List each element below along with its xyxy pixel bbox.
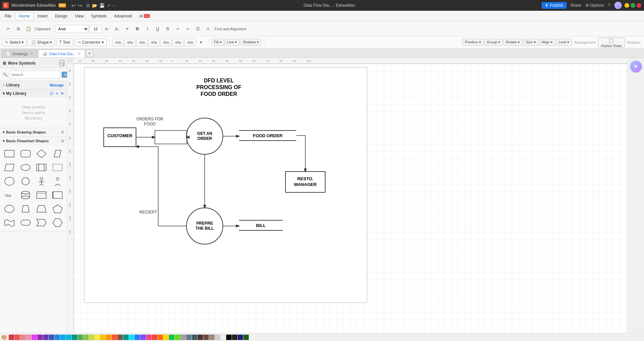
list-btn[interactable]: ☰ bbox=[193, 24, 203, 34]
basic-flowchart-header[interactable]: ▾ Basic Flowchart Shapes ✕ bbox=[0, 137, 67, 145]
color-pink3[interactable] bbox=[146, 335, 151, 340]
color-darkgray[interactable] bbox=[232, 335, 237, 340]
color-blue1[interactable] bbox=[55, 335, 60, 340]
color-teal2[interactable] bbox=[123, 335, 129, 340]
color-green4[interactable] bbox=[175, 335, 180, 340]
color-yellow3[interactable] bbox=[163, 335, 169, 340]
menu-advanced[interactable]: Advanced bbox=[111, 12, 135, 20]
subscript-btn[interactable]: x₂ bbox=[183, 24, 193, 34]
minimize-btn[interactable] bbox=[624, 3, 629, 8]
style-btn-6[interactable]: Abc bbox=[172, 39, 184, 46]
tab-close-drawing1[interactable]: ✕ bbox=[30, 51, 33, 56]
library-header[interactable]: ↑ Library Manage bbox=[0, 81, 67, 89]
color-orange1[interactable] bbox=[106, 335, 111, 340]
color-purple2[interactable] bbox=[43, 335, 48, 340]
connector-tool-btn[interactable]: ⤳ Connector ▾ bbox=[74, 39, 106, 46]
color-yellow1[interactable] bbox=[95, 335, 100, 340]
group-btn[interactable]: Group ▾ bbox=[484, 39, 503, 46]
shape-circle[interactable] bbox=[18, 175, 33, 188]
search-input[interactable] bbox=[9, 71, 60, 79]
shape-rect-double[interactable] bbox=[34, 189, 49, 201]
color-pink1[interactable] bbox=[26, 335, 31, 340]
shape-trapezoid[interactable] bbox=[18, 202, 33, 215]
styles-more-btn[interactable]: ▾ bbox=[197, 38, 206, 47]
shape-tool-btn[interactable]: ⬜ Shape ▾ bbox=[28, 39, 55, 46]
color-lightgray[interactable] bbox=[221, 335, 226, 340]
shape-ellipse[interactable] bbox=[2, 175, 17, 188]
style-btn-4[interactable]: Abc bbox=[148, 39, 160, 46]
search-btn[interactable]: Search bbox=[62, 72, 67, 78]
style-btn-7[interactable]: Abc bbox=[184, 39, 196, 46]
color-green1[interactable] bbox=[77, 335, 83, 340]
shape-card[interactable] bbox=[50, 189, 65, 201]
style-btn-2[interactable]: Abc bbox=[124, 39, 136, 46]
strikethrough-btn[interactable]: S bbox=[163, 24, 172, 34]
options-btn[interactable]: ⚙ Options bbox=[585, 3, 604, 8]
shape-rounded-rect[interactable] bbox=[18, 147, 33, 160]
line-btn[interactable]: Line ▾ bbox=[225, 39, 240, 46]
publish-btn[interactable]: ⬆Publish bbox=[542, 2, 566, 9]
drawing-canvas[interactable]: DFD LEVEL PROCESSING OF FOOD ORDER CUSTO… bbox=[74, 64, 627, 333]
undo-btn[interactable]: ↩ bbox=[71, 2, 76, 9]
menu-home[interactable]: Home bbox=[15, 12, 33, 20]
shape-diamond[interactable] bbox=[34, 147, 49, 160]
tab-drawing1[interactable]: 📄 Drawing1 ✕ bbox=[1, 49, 37, 58]
color-black[interactable] bbox=[226, 335, 232, 340]
shape-hexagon[interactable] bbox=[50, 216, 65, 229]
shape-trapezoid2[interactable] bbox=[34, 202, 49, 215]
color-pink2[interactable] bbox=[32, 335, 37, 340]
my-library-header[interactable]: ▾ My Library ⬡ + ✕ bbox=[0, 89, 67, 98]
fill-btn[interactable]: Fill ▾ bbox=[212, 39, 224, 46]
underline-btn[interactable]: U bbox=[153, 24, 162, 34]
size-btn[interactable]: Size ▾ bbox=[523, 39, 538, 46]
new-file-btn[interactable]: ⊞ bbox=[86, 3, 90, 8]
close-basic-drawing-btn[interactable]: ✕ bbox=[61, 130, 64, 135]
color-cyan[interactable] bbox=[66, 335, 71, 340]
menu-insert[interactable]: Insert bbox=[34, 12, 51, 20]
manage-library-btn[interactable]: Manage bbox=[49, 83, 64, 87]
close-basic-flowchart-btn[interactable]: ✕ bbox=[61, 139, 64, 144]
color-brown[interactable] bbox=[117, 335, 123, 340]
color-darkgreen[interactable] bbox=[243, 335, 249, 340]
rotate-btn[interactable]: Rotate ▾ bbox=[504, 39, 522, 46]
bold-btn[interactable]: B bbox=[133, 24, 142, 34]
color-sand[interactable] bbox=[215, 335, 220, 340]
basic-drawing-header[interactable]: ▾ Basic Drawing Shapes ✕ bbox=[0, 128, 67, 137]
menu-design[interactable]: Design bbox=[52, 12, 71, 20]
close-btn[interactable] bbox=[637, 3, 641, 8]
shape-chevron[interactable] bbox=[34, 216, 49, 229]
color-blue2[interactable] bbox=[60, 335, 66, 340]
lock-btn[interactable]: Lock ▾ bbox=[556, 39, 572, 46]
select-tool-btn[interactable]: ↖ Select ▾ bbox=[2, 39, 27, 46]
style-btn-1[interactable]: Abc bbox=[112, 39, 124, 46]
shape-person[interactable] bbox=[34, 175, 49, 188]
color-green2[interactable] bbox=[83, 335, 89, 340]
ai-assistant-btn[interactable]: ✦ bbox=[630, 61, 642, 73]
shape-oval[interactable] bbox=[18, 161, 33, 174]
color-teal[interactable] bbox=[72, 335, 77, 340]
shape-parallelogram2[interactable] bbox=[2, 161, 17, 174]
copy-btn[interactable]: ⧉ bbox=[13, 24, 23, 34]
shape-yes[interactable]: Yes bbox=[2, 189, 17, 201]
menu-view[interactable]: View bbox=[72, 12, 87, 20]
shape-oval2[interactable] bbox=[2, 202, 17, 215]
color-red1[interactable] bbox=[9, 335, 14, 340]
font-size-up-btn[interactable]: A↑ bbox=[102, 24, 112, 34]
font-size-down-btn[interactable]: A↓ bbox=[112, 24, 122, 34]
color-yellow2[interactable] bbox=[100, 335, 106, 340]
shape-process2[interactable] bbox=[50, 161, 65, 174]
shape-person2[interactable] bbox=[50, 175, 65, 188]
color-darkbrown[interactable] bbox=[198, 335, 203, 340]
tab-dataflow[interactable]: 📊 Data Flow Dia... ✕ bbox=[38, 49, 85, 58]
text-tool-btn[interactable]: T Text bbox=[56, 39, 73, 46]
color-brown2[interactable] bbox=[203, 335, 209, 340]
window-controls[interactable] bbox=[624, 3, 641, 8]
open-file-btn[interactable]: 📂 bbox=[92, 3, 97, 8]
cut-btn[interactable]: ✂ bbox=[3, 24, 13, 34]
color-blue3[interactable] bbox=[135, 335, 140, 340]
close-library-btn[interactable]: ✕ bbox=[60, 91, 64, 96]
italic-btn[interactable]: I bbox=[143, 24, 152, 34]
align-btn[interactable]: Align ▾ bbox=[539, 39, 555, 46]
color-gray1[interactable] bbox=[180, 335, 186, 340]
more-actions-btn[interactable]: ⋯ bbox=[112, 3, 117, 8]
